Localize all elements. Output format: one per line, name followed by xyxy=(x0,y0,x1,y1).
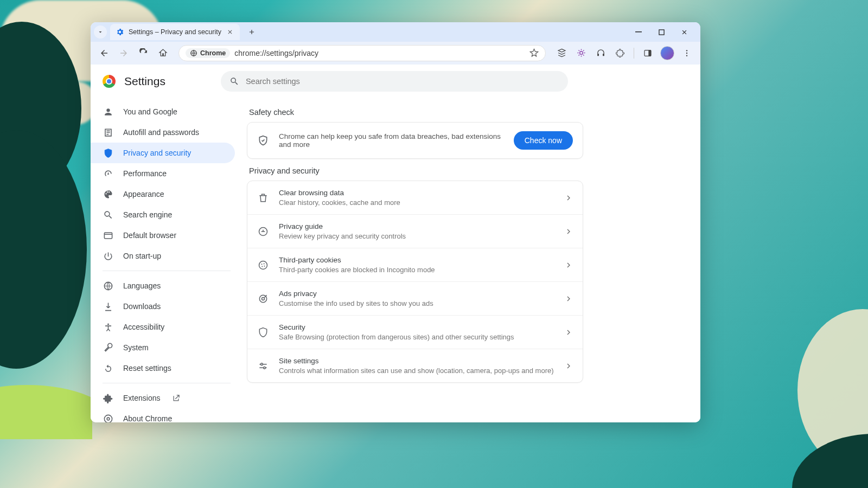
search-input[interactable] xyxy=(246,77,559,86)
row-third-party-cookies[interactable]: Third-party cookiesThird-party cookies a… xyxy=(247,248,583,282)
sidebar-item-reset[interactable]: Reset settings xyxy=(91,358,235,378)
svg-point-8 xyxy=(579,52,583,55)
wallpaper-foliage xyxy=(0,22,92,439)
svg-line-14 xyxy=(583,55,584,55)
chrome-outline-icon xyxy=(103,413,113,422)
svg-point-39 xyxy=(264,367,266,369)
row-clear-browsing-data[interactable]: Clear browsing dataClear history, cookie… xyxy=(247,181,583,215)
side-panel-icon[interactable] xyxy=(640,45,656,61)
tab-strip: Settings – Privacy and security xyxy=(91,22,700,42)
omnibox[interactable]: Chrome chrome://settings/privacy xyxy=(178,45,546,61)
chevron-right-icon xyxy=(564,294,573,303)
row-site-settings[interactable]: Site settingsControls what information s… xyxy=(247,349,583,382)
browser-icon xyxy=(103,230,113,241)
svg-point-2 xyxy=(0,385,92,439)
settings-page: Settings You and Google Autofill and pas… xyxy=(91,65,700,422)
sidebar-item-about[interactable]: About Chrome xyxy=(91,408,235,422)
compass-icon xyxy=(257,226,269,237)
toolbar-separator xyxy=(634,48,634,59)
back-button[interactable] xyxy=(96,45,112,61)
minimize-button[interactable] xyxy=(631,24,646,40)
close-tab-icon[interactable] xyxy=(226,28,234,36)
home-button[interactable] xyxy=(155,45,171,61)
sidebar-item-startup[interactable]: On start-up xyxy=(91,246,235,266)
svg-rect-5 xyxy=(635,31,642,33)
gear-icon xyxy=(116,28,124,36)
svg-rect-17 xyxy=(597,54,599,56)
row-privacy-guide[interactable]: Privacy guideReview key privacy and secu… xyxy=(247,215,583,248)
svg-point-21 xyxy=(686,50,687,51)
reload-button[interactable] xyxy=(135,45,151,61)
sidebar-item-extensions[interactable]: Extensions xyxy=(91,388,235,408)
cookie-icon xyxy=(257,259,269,271)
svg-point-31 xyxy=(259,261,267,269)
accessibility-icon xyxy=(103,322,113,332)
extensions-puzzle-icon[interactable] xyxy=(612,45,628,61)
speedometer-icon xyxy=(103,168,113,179)
wallpaper-right xyxy=(787,108,868,488)
bookmark-star-icon[interactable] xyxy=(529,48,539,57)
row-security[interactable]: SecuritySafe Browsing (protection from d… xyxy=(247,316,583,349)
puzzle-icon xyxy=(103,393,113,403)
chrome-menu-icon[interactable] xyxy=(679,45,695,61)
site-chip-label: Chrome xyxy=(200,49,226,57)
svg-line-16 xyxy=(578,55,579,55)
svg-line-13 xyxy=(578,50,579,51)
search-settings[interactable] xyxy=(221,71,568,92)
chevron-right-icon xyxy=(564,328,573,337)
sidebar-item-appearance[interactable]: Appearance xyxy=(91,184,235,204)
svg-point-1 xyxy=(0,130,87,369)
tab-search-dropdown[interactable] xyxy=(94,25,107,38)
reset-icon xyxy=(103,363,113,374)
settings-main: Safety check Chrome can help keep you sa… xyxy=(242,96,700,422)
sidebar-item-downloads[interactable]: Downloads xyxy=(91,296,235,317)
sidebar-item-system[interactable]: System xyxy=(91,337,235,358)
chevron-right-icon xyxy=(564,227,573,236)
power-icon xyxy=(103,251,113,261)
section-safety-check: Safety check xyxy=(249,108,687,117)
close-window-button[interactable] xyxy=(676,24,692,40)
clipboard-icon xyxy=(103,127,113,138)
shield-icon xyxy=(103,147,113,158)
globe-icon xyxy=(103,280,113,291)
sidebar-item-privacy[interactable]: Privacy and security xyxy=(91,143,235,163)
sidebar-item-default-browser[interactable]: Default browser xyxy=(91,225,235,246)
new-tab-button[interactable] xyxy=(244,24,259,40)
sidebar-item-autofill[interactable]: Autofill and passwords xyxy=(91,122,235,143)
sidebar-item-you-and-google[interactable]: You and Google xyxy=(91,101,235,122)
chevron-right-icon xyxy=(564,362,573,370)
svg-rect-6 xyxy=(659,29,663,34)
site-chip: Chrome xyxy=(186,48,230,58)
window-controls xyxy=(631,24,697,40)
sidebar-item-accessibility[interactable]: Accessibility xyxy=(91,317,235,337)
privacy-card: Clear browsing dataClear history, cookie… xyxy=(247,181,583,383)
maximize-button[interactable] xyxy=(654,24,669,40)
svg-point-32 xyxy=(261,264,263,265)
profile-avatar[interactable] xyxy=(659,45,675,61)
sidebar-item-performance[interactable]: Performance xyxy=(91,163,235,184)
section-privacy: Privacy and security xyxy=(249,166,687,175)
sidebar-divider xyxy=(103,271,231,271)
extension-headphones-icon[interactable] xyxy=(592,45,609,61)
sidebar-item-search-engine[interactable]: Search engine xyxy=(91,204,235,225)
sidebar-divider xyxy=(103,383,231,383)
tab-settings[interactable]: Settings – Privacy and security xyxy=(110,24,240,40)
ads-icon xyxy=(257,293,269,305)
svg-point-29 xyxy=(107,418,110,420)
safety-check-card: Chrome can help keep you safe from data … xyxy=(247,122,583,159)
svg-line-15 xyxy=(583,50,584,51)
settings-sidebar: You and Google Autofill and passwords Pr… xyxy=(91,96,242,422)
check-now-button[interactable]: Check now xyxy=(514,131,573,150)
shield-icon xyxy=(257,326,269,338)
sidebar-item-languages[interactable]: Languages xyxy=(91,275,235,296)
extension-stack-icon[interactable] xyxy=(553,45,570,61)
svg-point-38 xyxy=(261,363,263,365)
toolbar: Chrome chrome://settings/privacy xyxy=(91,42,700,65)
extension-gear-icon[interactable] xyxy=(573,45,589,61)
sliders-icon xyxy=(257,360,269,372)
search-icon xyxy=(103,209,113,220)
row-ads-privacy[interactable]: Ads privacyCustomise the info used by si… xyxy=(247,282,583,316)
tab-title: Settings – Privacy and security xyxy=(129,28,221,36)
svg-rect-24 xyxy=(104,232,112,238)
forward-button[interactable] xyxy=(116,45,132,61)
